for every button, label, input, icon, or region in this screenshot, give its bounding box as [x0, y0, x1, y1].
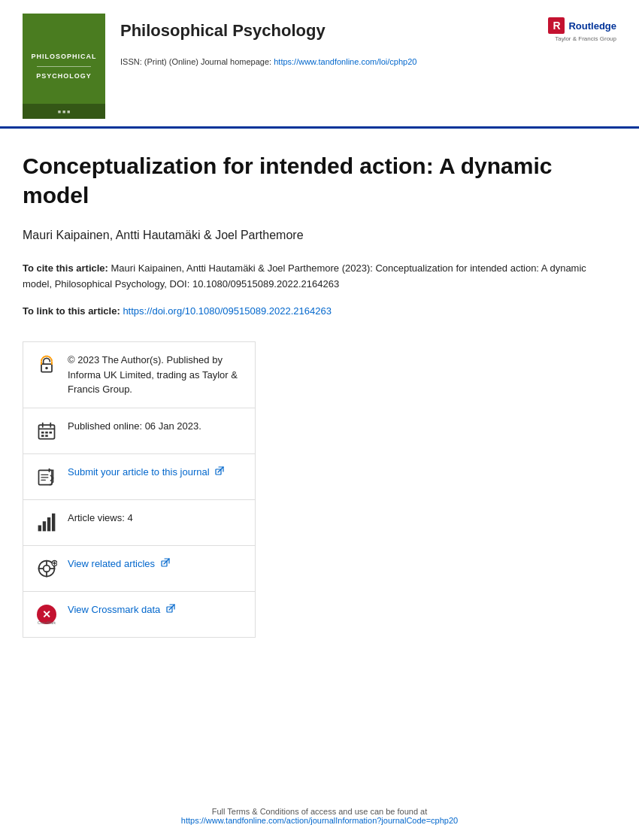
journal-cover: PHILOSOPHICAL PSYCHOLOGY ■ ■ ■ [23, 14, 105, 119]
submit-article-link[interactable]: Submit your article to this journal [68, 466, 224, 478]
related-external-icon [161, 556, 170, 572]
citation-section: To cite this article: Mauri Kaipainen, A… [23, 261, 601, 293]
calendar-icon [35, 419, 59, 443]
journal-name: Philosophical Psychology [120, 21, 326, 41]
published-date-row: Published online: 06 Jan 2023. [23, 408, 255, 454]
svg-text:CrossMark: CrossMark [38, 620, 56, 625]
svg-rect-8 [50, 432, 53, 434]
routledge-label: Routledge [568, 20, 616, 32]
doi-link[interactable]: https://doi.org/10.1080/09515089.2022.21… [123, 305, 332, 317]
submit-icon [35, 465, 59, 489]
article-title: Conceptualization for intended action: A… [23, 151, 601, 210]
footer-line1: Full Terms & Conditions of access and us… [0, 807, 639, 816]
svg-rect-7 [45, 432, 48, 434]
related-articles-icon [35, 556, 59, 581]
header-right: Philosophical Psychology R Routledge Tay… [105, 14, 616, 66]
cover-title: PHILOSOPHICAL [31, 52, 96, 62]
related-articles-link[interactable]: View related articles [68, 558, 170, 569]
crossmark-text[interactable]: View Crossmark data [68, 602, 244, 617]
main-content: Conceptualization for intended action: A… [0, 129, 639, 660]
svg-rect-19 [47, 517, 50, 531]
footer-link[interactable]: https://www.tandfonline.com/action/journ… [181, 816, 458, 825]
citation-label: To cite this article: [23, 262, 108, 274]
info-panel: © 2023 The Author(s). Published by Infor… [23, 341, 256, 638]
routledge-r-icon: R [548, 17, 565, 34]
crossmark-link[interactable]: View Crossmark data [68, 604, 175, 615]
svg-point-1 [45, 367, 48, 370]
article-authors: Mauri Kaipainen, Antti Hautamäki & Joel … [23, 229, 601, 242]
crossmark-external-icon [166, 602, 175, 617]
open-access-icon [35, 353, 59, 377]
related-articles-text[interactable]: View related articles [68, 556, 244, 572]
svg-rect-10 [45, 435, 48, 437]
open-access-row: © 2023 The Author(s). Published by Infor… [23, 342, 255, 408]
article-views-row: Article views: 4 [23, 500, 255, 546]
crossmark-icon: ✕ CrossMark [35, 602, 59, 626]
svg-rect-17 [38, 525, 41, 531]
issn-link[interactable]: https://www.tandfonline.com/loi/cphp20 [274, 57, 416, 66]
svg-rect-6 [41, 432, 44, 434]
doi-section: To link to this article: https://doi.org… [23, 304, 601, 320]
submit-article-row[interactable]: Submit your article to this journal [23, 454, 255, 500]
citation-text: To cite this article: Mauri Kaipainen, A… [23, 261, 601, 293]
crossmark-row[interactable]: ✕ CrossMark View Crossmark data [23, 592, 255, 637]
issn-text: ISSN: (Print) (Online) Journal homepage: [120, 57, 274, 66]
submit-article-text[interactable]: Submit your article to this journal [68, 465, 244, 480]
cover-subtitle: PSYCHOLOGY [36, 71, 92, 81]
svg-rect-18 [43, 521, 46, 531]
routledge-sub: Taylor & Francis Group [555, 35, 616, 42]
doi-text: To link to this article: https://doi.org… [23, 304, 601, 320]
link-label: To link to this article: [23, 305, 123, 317]
page-header: PHILOSOPHICAL PSYCHOLOGY ■ ■ ■ Philosoph… [0, 0, 639, 129]
article-views-text: Article views: 4 [68, 511, 244, 526]
open-access-text: © 2023 The Author(s). Published by Infor… [68, 353, 244, 397]
issn-line: ISSN: (Print) (Online) Journal homepage:… [120, 57, 616, 66]
svg-point-22 [44, 566, 50, 572]
views-icon [35, 511, 59, 535]
published-date-text: Published online: 06 Jan 2023. [68, 419, 244, 434]
external-link-indicator [215, 465, 224, 480]
svg-rect-20 [52, 514, 55, 532]
related-articles-row[interactable]: View related articles [23, 546, 255, 592]
routledge-logo: R Routledge Taylor & Francis Group [548, 17, 616, 42]
svg-rect-9 [41, 435, 44, 437]
page-footer: Full Terms & Conditions of access and us… [0, 807, 639, 825]
svg-text:✕: ✕ [42, 608, 51, 620]
